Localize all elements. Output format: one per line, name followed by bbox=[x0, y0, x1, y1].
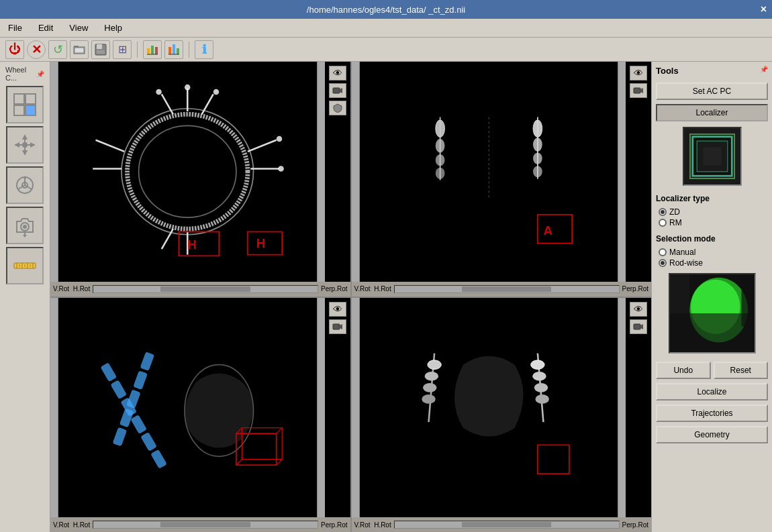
svg-text:H: H bbox=[256, 236, 266, 250]
move-tool-button[interactable] bbox=[6, 126, 44, 164]
svg-rect-2 bbox=[75, 48, 83, 52]
label-perp-rot-br: Perp.Rot bbox=[622, 521, 648, 529]
toolbar-separator-2 bbox=[189, 42, 189, 58]
scrollbar-right-tl[interactable] bbox=[317, 62, 325, 282]
viewport-grid: H H 👁 V.Rot H.Rot bbox=[50, 62, 651, 532]
scrollbar-left-tr[interactable] bbox=[352, 62, 360, 282]
chart1-button[interactable] bbox=[143, 40, 162, 59]
stop-button[interactable]: ✕ bbox=[27, 40, 46, 59]
scrollbar-h-bl[interactable] bbox=[93, 521, 318, 529]
canvas-bottom-left[interactable] bbox=[58, 298, 317, 518]
radio-item-rodwise[interactable]: Rod-wise bbox=[659, 258, 768, 268]
canvas-top-left[interactable]: H H bbox=[58, 62, 317, 282]
svg-marker-81 bbox=[640, 88, 643, 93]
trajectories-button[interactable]: Trajectories bbox=[656, 405, 768, 422]
chart2-button[interactable] bbox=[164, 40, 183, 59]
radio-rodwise[interactable] bbox=[659, 259, 667, 267]
cam-button-tl[interactable] bbox=[329, 83, 346, 98]
view-tool-button[interactable] bbox=[6, 86, 44, 123]
radio-rm-label: RM bbox=[669, 218, 682, 227]
svg-marker-18 bbox=[22, 134, 28, 140]
info-button[interactable]: ℹ bbox=[195, 40, 213, 59]
svg-rect-7 bbox=[151, 46, 154, 54]
svg-marker-21 bbox=[30, 142, 36, 148]
reset-button[interactable]: Reset bbox=[714, 362, 769, 379]
viewport-top-left: H H 👁 V.Rot H.Rot bbox=[50, 62, 350, 297]
localizer-button[interactable]: Localizer bbox=[656, 104, 768, 121]
label-vrot-hrot-br: V.Rot H.Rot bbox=[354, 521, 391, 529]
geometry-button[interactable]: Geometry bbox=[656, 426, 768, 443]
layers-button[interactable]: ⊞ bbox=[113, 40, 132, 59]
undo-reset-buttons: Undo Reset bbox=[656, 362, 768, 379]
scrollbar-right-bl[interactable] bbox=[317, 298, 325, 518]
svg-point-109 bbox=[532, 371, 546, 380]
refresh-button[interactable]: ↺ bbox=[48, 40, 67, 59]
canvas-top-right[interactable]: A bbox=[360, 62, 618, 282]
svg-rect-10 bbox=[168, 47, 171, 54]
scrollbar-left-bl[interactable] bbox=[50, 298, 58, 518]
svg-point-110 bbox=[534, 383, 548, 392]
menu-file[interactable]: File bbox=[5, 21, 25, 34]
svg-point-55 bbox=[156, 89, 162, 95]
open-button[interactable] bbox=[70, 40, 89, 59]
label-perp-rot-tr: Perp.Rot bbox=[622, 285, 648, 292]
set-ac-pc-button[interactable]: Set AC PC bbox=[656, 83, 768, 100]
eye-button-bl[interactable]: 👁 bbox=[329, 302, 346, 317]
camera-tool-button[interactable] bbox=[6, 207, 44, 244]
radio-zd-label: ZD bbox=[669, 207, 680, 217]
svg-point-32 bbox=[23, 225, 27, 229]
scrollbar-h-tl[interactable] bbox=[93, 285, 318, 293]
viewport-bottom-left: 👁 V.Rot H.Rot Perp.Rot bbox=[50, 298, 350, 533]
label-vrot-hrot-tr: V.Rot H.Rot bbox=[354, 285, 391, 292]
eye-button-tr[interactable]: 👁 bbox=[630, 66, 647, 81]
svg-rect-113 bbox=[634, 324, 640, 329]
color-preview bbox=[669, 273, 756, 354]
toolbar: ⏻ ✕ ↺ ⊞ ℹ bbox=[0, 38, 772, 62]
localizer-type-label: Localizer type bbox=[656, 194, 768, 203]
radio-item-manual[interactable]: Manual bbox=[659, 248, 768, 257]
svg-point-108 bbox=[530, 360, 544, 369]
rotate-tool-button[interactable] bbox=[6, 166, 44, 204]
radio-zd[interactable] bbox=[659, 208, 667, 216]
label-bar-tr: V.Rot H.Rot Perp.Rot bbox=[352, 282, 652, 297]
svg-rect-80 bbox=[634, 88, 640, 93]
canvas-bottom-right[interactable] bbox=[360, 298, 618, 518]
label-bar-br: V.Rot H.Rot Perp.Rot bbox=[352, 517, 652, 532]
menu-help[interactable]: Help bbox=[101, 21, 125, 34]
radio-manual[interactable] bbox=[659, 248, 667, 256]
close-button[interactable]: × bbox=[761, 3, 767, 15]
scrollbar-left-tl[interactable] bbox=[50, 62, 58, 282]
cam-button-tr[interactable] bbox=[630, 83, 647, 98]
measure-tool-button[interactable] bbox=[6, 247, 44, 284]
svg-marker-102 bbox=[340, 324, 342, 329]
menu-view[interactable]: View bbox=[66, 21, 91, 34]
radio-item-zd[interactable]: ZD bbox=[659, 207, 768, 217]
titlebar: /home/hannes/ogles4/tst_data/ _ct_zd.nii… bbox=[0, 0, 772, 19]
cam-button-br[interactable] bbox=[630, 319, 647, 334]
scrollbar-left-br[interactable] bbox=[352, 298, 360, 518]
scrollbar-h-br[interactable] bbox=[394, 521, 620, 529]
svg-rect-12 bbox=[177, 48, 179, 54]
scrollbar-h-tr[interactable] bbox=[394, 285, 620, 293]
scrollbar-right-br[interactable] bbox=[618, 298, 626, 518]
radio-rodwise-label: Rod-wise bbox=[669, 258, 703, 268]
scrollbar-right-tr[interactable] bbox=[618, 62, 626, 282]
shield-button-tl[interactable] bbox=[329, 101, 346, 115]
cam-button-bl[interactable] bbox=[329, 319, 346, 334]
power-button[interactable]: ⏻ bbox=[5, 40, 24, 59]
toolbar-separator-1 bbox=[137, 42, 138, 58]
radio-rm[interactable] bbox=[659, 219, 667, 227]
eye-button-tl[interactable]: 👁 bbox=[329, 66, 346, 81]
tools-pin-icon: 📌 bbox=[760, 66, 768, 76]
save-button[interactable] bbox=[91, 40, 110, 59]
localize-button[interactable]: Localize bbox=[656, 383, 768, 401]
svg-rect-15 bbox=[26, 94, 36, 104]
svg-rect-16 bbox=[14, 105, 24, 115]
menu-edit[interactable]: Edit bbox=[36, 21, 56, 34]
undo-button[interactable]: Undo bbox=[656, 362, 711, 379]
radio-item-rm[interactable]: RM bbox=[659, 218, 768, 227]
eye-button-br[interactable]: 👁 bbox=[630, 302, 647, 317]
svg-point-107 bbox=[422, 394, 436, 404]
sidebar-pin-icon: 📌 bbox=[36, 70, 44, 78]
svg-point-58 bbox=[277, 136, 283, 142]
